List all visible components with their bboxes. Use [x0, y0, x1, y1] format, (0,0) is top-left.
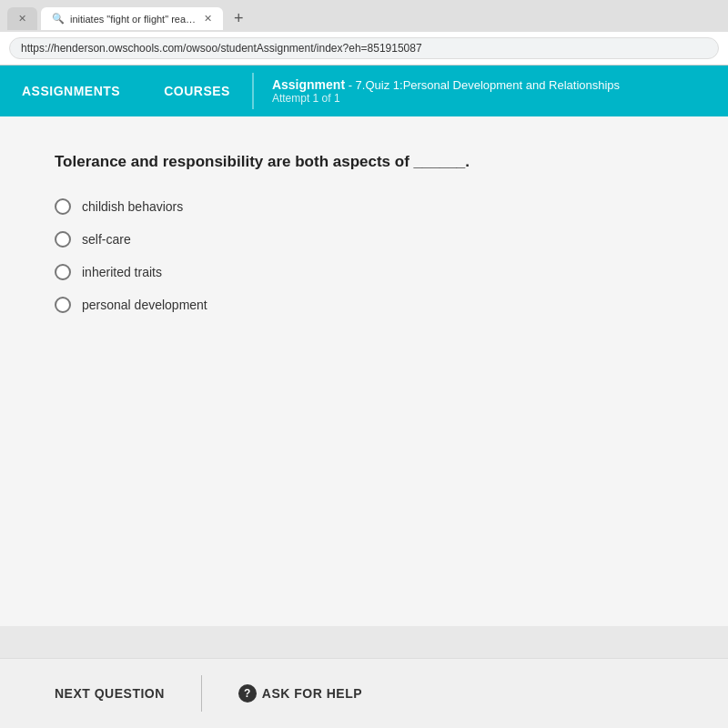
option-label-selfcare: self-care — [82, 232, 131, 247]
ask-help-button[interactable]: ? ASK FOR HELP — [238, 684, 362, 703]
radio-inherited[interactable] — [55, 264, 71, 280]
tab-active[interactable]: 🔍 initiates "fight or flight" reaction ✕ — [41, 7, 223, 30]
tab-close-icon[interactable]: ✕ — [204, 13, 212, 25]
option-item[interactable]: self-care — [55, 231, 673, 248]
option-item[interactable]: childish behaviors — [55, 198, 673, 215]
tab-inactive[interactable]: ✕ — [7, 7, 37, 30]
address-input[interactable] — [9, 37, 719, 59]
next-question-button[interactable]: NEXT QUESTION — [55, 686, 165, 701]
option-label-inherited: inherited traits — [82, 265, 162, 279]
ask-help-label: ASK FOR HELP — [262, 686, 362, 701]
help-icon: ? — [238, 684, 257, 703]
attempt-label: Attempt 1 of 1 — [272, 92, 620, 105]
close-icon[interactable]: ✕ — [18, 13, 26, 25]
question-text: Tolerance and responsibility are both as… — [55, 153, 673, 171]
new-tab-button[interactable]: + — [227, 5, 251, 32]
tab-label: initiates "fight or flight" reaction — [70, 14, 198, 25]
option-item[interactable]: personal development — [55, 297, 673, 313]
browser-chrome: ✕ 🔍 initiates "fight or flight" reaction… — [0, 0, 728, 66]
assignment-title: Assignment - 7.Quiz 1:Personal Developme… — [272, 77, 620, 92]
courses-label: COURSES — [164, 84, 230, 98]
main-content: Tolerance and responsibility are both as… — [0, 116, 728, 626]
bottom-bar: NEXT QUESTION ? ASK FOR HELP — [0, 658, 728, 728]
address-bar — [0, 32, 728, 65]
radio-selfcare[interactable] — [55, 231, 71, 248]
app-header: ASSIGNMENTS COURSES Assignment - 7.Quiz … — [0, 66, 728, 116]
assignment-info: Assignment - 7.Quiz 1:Personal Developme… — [254, 66, 638, 116]
option-item[interactable]: inherited traits — [55, 264, 673, 280]
radio-childish[interactable] — [55, 198, 71, 215]
tab-bar: ✕ 🔍 initiates "fight or flight" reaction… — [0, 0, 728, 32]
option-label-personal: personal development — [82, 298, 207, 312]
option-label-childish: childish behaviors — [82, 199, 183, 214]
search-icon: 🔍 — [52, 13, 65, 25]
bottom-divider — [201, 675, 202, 712]
radio-personal[interactable] — [55, 297, 71, 313]
options-list: childish behaviors self-care inherited t… — [55, 198, 673, 313]
assignments-label: ASSIGNMENTS — [22, 84, 120, 98]
nav-courses[interactable]: COURSES — [142, 66, 252, 116]
nav-assignments[interactable]: ASSIGNMENTS — [0, 66, 142, 116]
